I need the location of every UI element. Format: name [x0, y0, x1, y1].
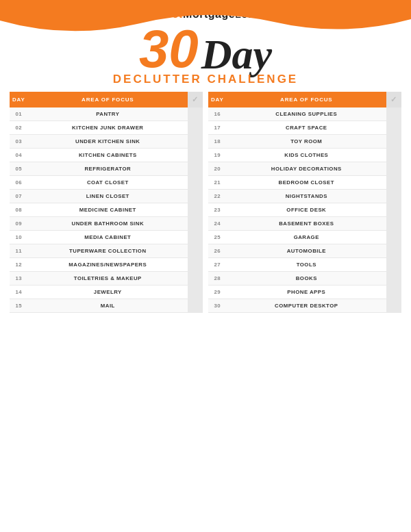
table-row: 28 BOOKS	[208, 272, 401, 286]
area-of-focus: NIGHTSTANDS	[227, 190, 386, 203]
day-number: 05	[10, 162, 28, 176]
check-box[interactable]	[188, 107, 203, 121]
area-of-focus: MAGAZINES/NEWSPAPERS	[28, 258, 188, 272]
area-of-focus: COMPUTER DESKTOP	[227, 299, 386, 313]
day-number: 02	[10, 121, 28, 135]
area-of-focus: JEWELRY	[28, 286, 188, 299]
check-box[interactable]	[188, 149, 203, 162]
table-row: 05 REFRIGERATOR	[10, 162, 203, 176]
check-box[interactable]	[188, 176, 203, 190]
check-box[interactable]	[386, 231, 401, 244]
left-check-symbol: ✓	[192, 95, 199, 103]
check-box[interactable]	[188, 244, 203, 258]
area-of-focus: CRAFT SPACE	[227, 121, 386, 135]
day-number: 03	[10, 135, 28, 149]
check-box[interactable]	[386, 286, 401, 299]
right-table-container: Day Area of Focus ✓ 16 CLEANING SUPPLIES…	[208, 92, 401, 313]
check-box[interactable]	[386, 203, 401, 217]
table-row: 27 TOOLS	[208, 258, 401, 272]
check-box[interactable]	[386, 176, 401, 190]
top-wave-decoration	[0, 0, 411, 33]
area-of-focus: REFRIGERATOR	[28, 162, 188, 176]
day-number: 23	[208, 203, 227, 217]
day-number: 18	[208, 135, 227, 149]
day-number: 17	[208, 121, 227, 135]
check-box[interactable]	[188, 121, 203, 135]
area-of-focus: KITCHEN JUNK DRAWER	[28, 121, 188, 135]
table-row: 25 GARAGE	[208, 231, 401, 244]
area-of-focus: TOOLS	[227, 258, 386, 272]
area-of-focus: CLEANING SUPPLIES	[227, 107, 386, 121]
check-box[interactable]	[188, 135, 203, 149]
check-box[interactable]	[386, 272, 401, 286]
subtitle: Declutter Challenge	[0, 73, 411, 86]
right-table: Day Area of Focus ✓ 16 CLEANING SUPPLIES…	[208, 92, 401, 313]
left-table-container: Day Area of Focus ✓ 01 PANTRY 02 KITCHEN…	[10, 92, 203, 313]
right-header-day: Day	[208, 92, 227, 107]
left-header-area: Area of Focus	[28, 92, 188, 107]
day-number: 16	[208, 107, 227, 121]
day-number: 08	[10, 203, 28, 217]
table-row: 14 JEWELRY	[10, 286, 203, 299]
check-box[interactable]	[386, 190, 401, 203]
check-box[interactable]	[188, 286, 203, 299]
area-of-focus: MEDICINE CABINET	[28, 203, 188, 217]
area-of-focus: KIDS CLOTHES	[227, 149, 386, 162]
check-box[interactable]	[386, 135, 401, 149]
table-row: 06 COAT CLOSET	[10, 176, 203, 190]
check-box[interactable]	[386, 299, 401, 313]
day-number: 09	[10, 217, 28, 231]
area-of-focus: AUTOMOBILE	[227, 244, 386, 258]
check-box[interactable]	[188, 190, 203, 203]
table-row: 13 TOILETRIES & MAKEUP	[10, 272, 203, 286]
table-row: 26 AUTOMOBILE	[208, 244, 401, 258]
check-box[interactable]	[386, 244, 401, 258]
table-row: 16 CLEANING SUPPLIES	[208, 107, 401, 121]
day-number: 28	[208, 272, 227, 286]
check-box[interactable]	[386, 149, 401, 162]
area-of-focus: PHONE APPS	[227, 286, 386, 299]
left-header-check: ✓	[188, 92, 203, 107]
day-number: 07	[10, 190, 28, 203]
day-number: 04	[10, 149, 28, 162]
area-of-focus: GARAGE	[227, 231, 386, 244]
check-box[interactable]	[386, 107, 401, 121]
table-row: 15 MAIL	[10, 299, 203, 313]
check-box[interactable]	[188, 272, 203, 286]
table-row: 02 KITCHEN JUNK DRAWER	[10, 121, 203, 135]
check-box[interactable]	[386, 162, 401, 176]
area-of-focus: HOLIDAY DECORATIONS	[227, 162, 386, 176]
table-row: 30 COMPUTER DESKTOP	[208, 299, 401, 313]
day-number: 25	[208, 231, 227, 244]
table-row: 10 MEDIA CABINET	[10, 231, 203, 244]
check-box[interactable]	[188, 231, 203, 244]
right-header-area: Area of Focus	[227, 92, 386, 107]
check-box[interactable]	[386, 121, 401, 135]
right-header-check: ✓	[386, 92, 401, 107]
area-of-focus: OFFICE DESK	[227, 203, 386, 217]
check-box[interactable]	[188, 162, 203, 176]
table-row: 17 CRAFT SPACE	[208, 121, 401, 135]
table-row: 18 TOY ROOM	[208, 135, 401, 149]
check-box[interactable]	[386, 217, 401, 231]
table-row: 19 KIDS CLOTHES	[208, 149, 401, 162]
table-row: 11 TUPERWARE COLLECTION	[10, 244, 203, 258]
day-number: 29	[208, 286, 227, 299]
tables-container: Day Area of Focus ✓ 01 PANTRY 02 KITCHEN…	[0, 92, 411, 313]
area-of-focus: KITCHEN CABINETS	[28, 149, 188, 162]
day-number: 24	[208, 217, 227, 231]
left-header-day: Day	[10, 92, 28, 107]
area-of-focus: TUPERWARE COLLECTION	[28, 244, 188, 258]
check-box[interactable]	[188, 258, 203, 272]
area-of-focus: LINEN CLOSET	[28, 190, 188, 203]
check-box[interactable]	[188, 299, 203, 313]
check-box[interactable]	[386, 258, 401, 272]
area-of-focus: TOILETRIES & MAKEUP	[28, 272, 188, 286]
table-row: 04 KITCHEN CABINETS	[10, 149, 203, 162]
table-row: 29 PHONE APPS	[208, 286, 401, 299]
table-row: 01 PANTRY	[10, 107, 203, 121]
check-box[interactable]	[188, 203, 203, 217]
day-number: 01	[10, 107, 28, 121]
check-box[interactable]	[188, 217, 203, 231]
area-of-focus: MEDIA CABINET	[28, 231, 188, 244]
